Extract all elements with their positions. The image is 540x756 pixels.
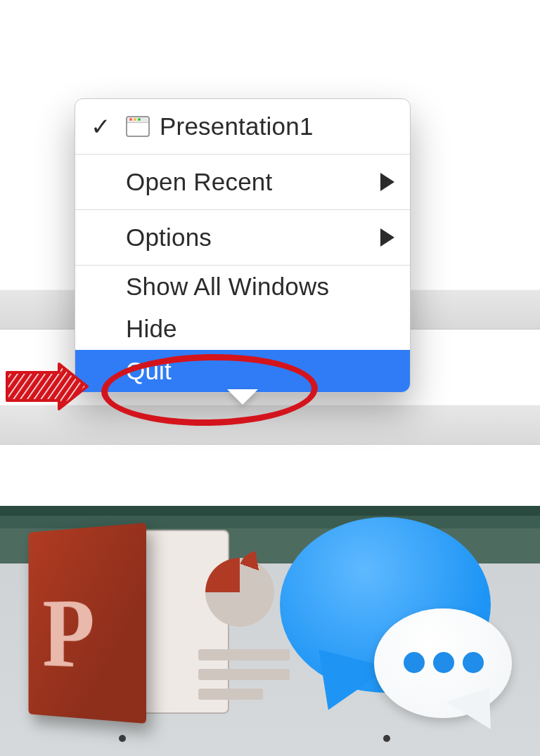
submenu-arrow-icon — [380, 228, 394, 247]
dock-app-powerpoint[interactable]: P — [10, 526, 235, 736]
menu-item-open-recent[interactable]: Open Recent — [75, 155, 410, 209]
menu-item-window-presentation1[interactable]: ✓ Presentation1 — [75, 99, 410, 154]
menu-item-hide[interactable]: Hide — [75, 308, 410, 350]
window-chrome-bar — [0, 405, 540, 444]
menu-item-label: Hide — [126, 315, 177, 343]
dock-app-messages[interactable] — [274, 526, 499, 736]
checkmark-icon: ✓ — [91, 112, 110, 141]
running-indicator — [383, 735, 390, 742]
menu-pointer-arrow-icon — [227, 389, 258, 405]
menu-item-label: Open Recent — [126, 168, 272, 196]
submenu-arrow-icon — [380, 173, 394, 191]
dock: P — [0, 506, 540, 756]
menu-item-label: Options — [126, 223, 212, 252]
window-icon — [126, 116, 150, 137]
menu-item-options[interactable]: Options — [75, 210, 410, 265]
menu-item-quit[interactable]: Quit — [75, 350, 410, 392]
powerpoint-book-icon: P — [28, 523, 146, 724]
menu-item-show-all-windows[interactable]: Show All Windows — [75, 266, 410, 308]
menu-item-label: Show All Windows — [126, 273, 329, 301]
running-indicator — [119, 735, 126, 742]
menu-item-label: Quit — [126, 357, 172, 385]
powerpoint-letter: P — [42, 575, 94, 691]
messages-bubble-small-icon — [374, 608, 512, 718]
dock-context-menu: ✓ Presentation1 Open Recent Options Show… — [75, 98, 411, 393]
menu-item-label: Presentation1 — [160, 112, 314, 141]
